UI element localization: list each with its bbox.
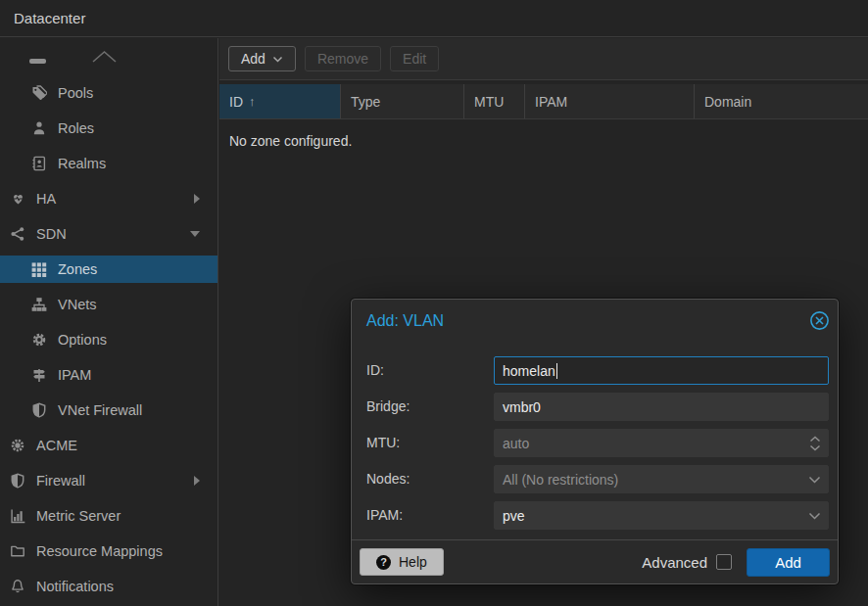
dialog-footer: ? Help Advanced Add bbox=[352, 539, 838, 583]
sidebar-item-realms[interactable]: Realms bbox=[0, 150, 217, 177]
nodes-select[interactable]: All (No restrictions) bbox=[494, 465, 829, 493]
chevron-down-icon[interactable] bbox=[808, 466, 821, 492]
sidebar-item-metric-server[interactable]: Metric Server bbox=[0, 502, 217, 530]
expand-right-icon bbox=[194, 194, 200, 204]
sidebar-item-label: VNets bbox=[58, 297, 97, 312]
add-button[interactable]: Add bbox=[228, 46, 296, 71]
mtu-input[interactable]: auto bbox=[494, 429, 829, 457]
spinner-up-icon bbox=[809, 436, 821, 443]
chevron-down-icon bbox=[272, 56, 283, 63]
sidebar-item-resource-mappings[interactable]: Resource Mappings bbox=[0, 537, 217, 565]
sidebar-item-sdn[interactable]: SDN bbox=[0, 220, 217, 248]
tags-icon bbox=[29, 85, 49, 101]
sidebar-item-label: HA bbox=[36, 191, 56, 207]
advanced-checkbox[interactable] bbox=[716, 554, 732, 570]
sidebar-item-label: Metric Server bbox=[36, 508, 121, 524]
sidebar-item-notifications[interactable]: Notifications bbox=[0, 573, 217, 600]
sidebar-nav: Pools Roles Realms HA SDN Zones VNets Op… bbox=[0, 38, 218, 606]
sidebar-item-label: Zones bbox=[58, 261, 97, 277]
sidebar-item-label: Options bbox=[58, 332, 107, 348]
sidebar-item-firewall[interactable]: Firewall bbox=[0, 467, 217, 494]
clipped-icon bbox=[29, 59, 46, 64]
sidebar-item-options[interactable]: Options bbox=[0, 326, 217, 353]
help-button-label: Help bbox=[399, 554, 427, 570]
column-header-domain[interactable]: Domain bbox=[695, 84, 868, 118]
column-header-mtu[interactable]: MTU bbox=[464, 84, 525, 118]
edit-button-label: Edit bbox=[403, 51, 426, 67]
sidebar-item-vnets[interactable]: VNets bbox=[0, 291, 217, 318]
column-header-type[interactable]: Type bbox=[341, 84, 464, 118]
folder-icon bbox=[8, 543, 27, 559]
sidebar-item-roles[interactable]: Roles bbox=[0, 115, 217, 142]
sidebar-item-label: IPAM bbox=[58, 367, 91, 383]
ipam-select[interactable]: pve bbox=[494, 501, 829, 530]
sidebar-item-partial[interactable] bbox=[0, 44, 217, 68]
sidebar-item-vnet-firewall[interactable]: VNet Firewall bbox=[0, 396, 217, 424]
edit-button[interactable]: Edit bbox=[390, 46, 439, 71]
ipam-field-label: IPAM: bbox=[366, 501, 494, 530]
help-button[interactable]: ? Help bbox=[360, 548, 444, 576]
user-icon bbox=[29, 120, 49, 136]
sidebar-item-ha[interactable]: HA bbox=[0, 185, 217, 212]
certificate-icon bbox=[8, 438, 27, 453]
zones-table-header: ID ↑ Type MTU IPAM Domain bbox=[219, 84, 868, 119]
heartbeat-icon bbox=[8, 191, 27, 207]
dialog-header[interactable]: Add: VLAN bbox=[352, 300, 838, 343]
sidebar-item-label: ACME bbox=[36, 438, 77, 453]
bridge-input-value: vmbr0 bbox=[503, 399, 541, 415]
sidebar-item-label: Roles bbox=[58, 120, 94, 136]
text-cursor bbox=[556, 363, 558, 379]
chevron-up-icon bbox=[91, 50, 118, 63]
spinner-down-icon bbox=[809, 444, 821, 451]
remove-button-label: Remove bbox=[317, 51, 368, 67]
grid-icon bbox=[29, 261, 49, 277]
sidebar-item-ipam[interactable]: IPAM bbox=[0, 361, 217, 389]
sidebar-item-label: Notifications bbox=[36, 579, 114, 594]
sort-ascending-icon: ↑ bbox=[249, 94, 256, 109]
sidebar-item-pools[interactable]: Pools bbox=[0, 79, 217, 107]
question-circle-icon: ? bbox=[376, 555, 391, 570]
map-signs-icon bbox=[29, 367, 49, 383]
id-input[interactable]: homelan bbox=[494, 356, 829, 385]
sidebar-item-label: Resource Mappings bbox=[36, 543, 163, 559]
page-title: Datacenter bbox=[14, 10, 85, 26]
nodes-select-value: All (No restrictions) bbox=[503, 472, 618, 488]
sidebar-item-label: SDN bbox=[36, 226, 67, 242]
bar-chart-icon bbox=[8, 508, 27, 524]
sidebar-item-acme[interactable]: ACME bbox=[0, 432, 217, 459]
ipam-select-value: pve bbox=[503, 508, 525, 524]
top-bar: Datacenter bbox=[0, 0, 868, 37]
sidebar-item-label: Realms bbox=[58, 156, 106, 171]
nodes-field-label: Nodes: bbox=[366, 465, 494, 493]
bridge-input[interactable]: vmbr0 bbox=[494, 393, 829, 421]
sidebar-item-zones[interactable]: Zones bbox=[0, 256, 217, 283]
remove-button[interactable]: Remove bbox=[305, 46, 381, 71]
bridge-field-row: Bridge: vmbr0 bbox=[366, 393, 829, 421]
mtu-input-placeholder: auto bbox=[503, 436, 529, 451]
nodes-field-row: Nodes: All (No restrictions) bbox=[366, 465, 829, 493]
id-input-value: homelan bbox=[503, 363, 555, 379]
dialog-title: Add: VLAN bbox=[366, 312, 444, 329]
expand-down-icon bbox=[190, 231, 200, 237]
close-icon[interactable] bbox=[809, 310, 830, 331]
add-button-label: Add bbox=[241, 51, 265, 67]
id-field-row: ID: homelan bbox=[366, 356, 829, 385]
sitemap-icon bbox=[29, 297, 49, 312]
number-spinner[interactable] bbox=[809, 430, 821, 456]
chevron-down-icon[interactable] bbox=[808, 502, 821, 529]
expand-right-icon bbox=[194, 476, 200, 486]
address-book-icon bbox=[29, 156, 49, 171]
column-header-ipam[interactable]: IPAM bbox=[525, 84, 695, 118]
bell-icon bbox=[8, 579, 27, 594]
id-field-label: ID: bbox=[366, 356, 494, 385]
sidebar-item-label: Pools bbox=[58, 85, 93, 101]
sidebar-item-label: Firewall bbox=[36, 473, 85, 489]
network-icon bbox=[8, 226, 27, 242]
dialog-body: ID: homelan Bridge: vmbr0 MTU: auto Node… bbox=[352, 343, 838, 530]
advanced-label: Advanced bbox=[642, 554, 707, 571]
gear-icon bbox=[29, 332, 49, 348]
column-header-id[interactable]: ID ↑ bbox=[219, 84, 341, 118]
dialog-add-button-label: Add bbox=[775, 554, 801, 571]
dialog-add-button[interactable]: Add bbox=[747, 548, 830, 577]
sidebar-item-label: VNet Firewall bbox=[58, 402, 142, 418]
